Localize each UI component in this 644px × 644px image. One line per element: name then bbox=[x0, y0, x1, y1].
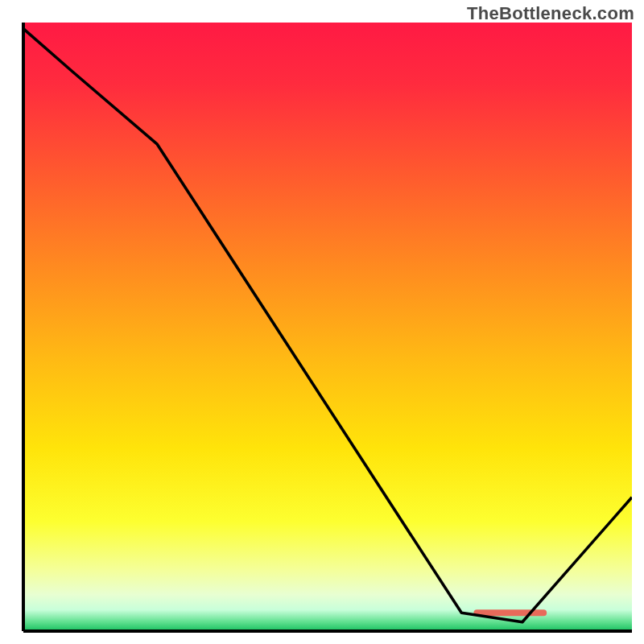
bottleneck-chart bbox=[12, 23, 632, 642]
plot-background bbox=[23, 23, 632, 631]
watermark-text: TheBottleneck.com bbox=[467, 3, 634, 24]
